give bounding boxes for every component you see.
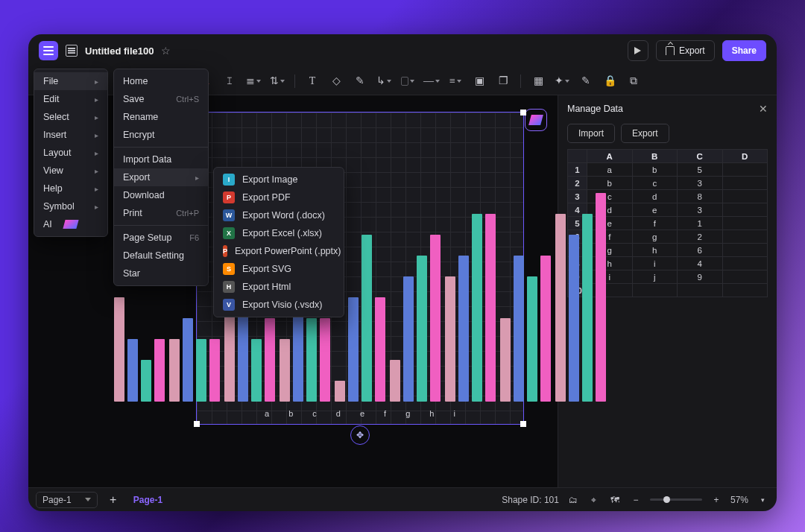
layers-icon[interactable]: 🗂 (566, 495, 580, 505)
table-cell[interactable]: j (632, 270, 678, 284)
table-header[interactable]: C (678, 150, 723, 163)
table-cell[interactable] (722, 217, 768, 230)
image-button[interactable]: ▦ (531, 75, 545, 88)
export-menu-item[interactable]: XExport Excel (.xlsx) (214, 224, 344, 242)
main-menu-item[interactable]: Edit▸ (34, 90, 107, 108)
main-menu-item[interactable]: Help▸ (34, 180, 107, 197)
export-button[interactable]: Export (656, 40, 715, 61)
table-cell[interactable]: 3 (678, 203, 723, 217)
zoom-in-button[interactable]: + (710, 495, 723, 505)
list-button[interactable]: ≡ (449, 75, 462, 88)
zoom-out-button[interactable]: − (629, 495, 643, 505)
table-cell[interactable] (722, 257, 768, 270)
table-cell[interactable] (722, 163, 768, 177)
document-title[interactable]: Untitled file100 (85, 45, 154, 57)
line-style-button[interactable]: — (425, 75, 438, 88)
table-cell[interactable]: e (632, 203, 678, 217)
table-cell[interactable]: 2 (678, 230, 723, 244)
main-menu-item[interactable]: View▸ (34, 162, 107, 180)
table-cell[interactable] (722, 230, 768, 244)
export-menu-item[interactable]: PExport PDF (214, 189, 344, 206)
table-cell[interactable] (722, 270, 768, 284)
file-menu-item[interactable]: Default Setting (114, 247, 208, 265)
table-header[interactable] (568, 150, 587, 163)
group-button[interactable]: ▣ (473, 75, 486, 88)
table-cell[interactable]: a (587, 163, 633, 177)
ai-assist-badge[interactable] (525, 109, 547, 131)
table-header[interactable]: D (722, 150, 768, 163)
table-row[interactable]: 2bc3 (568, 177, 768, 190)
resize-handle-bl[interactable] (194, 421, 200, 427)
table-cell[interactable] (722, 177, 768, 190)
table-cell[interactable]: g (632, 230, 678, 244)
table-header[interactable]: B (632, 150, 678, 163)
connector-tool-button[interactable]: ↳ (377, 75, 391, 88)
zoom-slider[interactable] (650, 498, 702, 501)
table-cell[interactable]: 1 (678, 217, 723, 230)
table-cell[interactable]: d (632, 190, 678, 203)
table-cell[interactable]: h (632, 244, 678, 257)
file-menu-item[interactable]: Import Data (114, 151, 208, 168)
export-menu-item[interactable]: HExport Html (214, 278, 344, 296)
file-menu-item[interactable]: SaveCtrl+S (114, 90, 208, 108)
star-icon[interactable]: ☆ (161, 45, 171, 57)
page-select[interactable]: Page-1 (36, 492, 98, 508)
table-cell[interactable] (722, 284, 768, 297)
table-cell[interactable]: 9 (678, 270, 723, 284)
export-menu-item[interactable]: PExport PowerPoint (.pptx) (214, 242, 344, 260)
play-button[interactable] (628, 40, 648, 61)
page-tab[interactable]: Page-1 (129, 495, 167, 505)
close-panel-button[interactable]: ✕ (759, 103, 768, 115)
export-menu-item[interactable]: SExport SVG (214, 260, 344, 278)
add-page-button[interactable]: + (105, 492, 121, 508)
table-cell[interactable]: i (632, 257, 678, 270)
table-cell[interactable]: c (632, 177, 678, 190)
text-tool-button[interactable]: T (306, 75, 319, 88)
main-menu-item[interactable]: Symbol▸ (34, 197, 107, 215)
table-cell[interactable]: 6 (678, 244, 723, 257)
file-menu-item[interactable]: Star (114, 265, 208, 282)
line-spacing-button[interactable]: ⇅ (271, 75, 284, 88)
table-cell[interactable] (722, 244, 768, 257)
table-cell[interactable]: b (587, 177, 633, 190)
main-menu-item[interactable]: Layout▸ (34, 144, 107, 162)
resize-handle-tr[interactable] (520, 110, 526, 115)
effects-button[interactable]: ✦ (555, 75, 569, 88)
table-cell[interactable] (632, 284, 678, 297)
share-button[interactable]: Share (722, 40, 766, 61)
export-menu-item[interactable]: IExport Image (214, 171, 344, 189)
font-size-button[interactable]: 𝙸 (223, 75, 236, 88)
copy-button[interactable]: ⧉ (627, 75, 640, 88)
pen-tool-button[interactable]: ✎ (353, 75, 367, 88)
table-cell[interactable]: 3 (678, 177, 723, 190)
table-cell[interactable]: 1 (568, 163, 587, 177)
main-menu-item[interactable]: Insert▸ (34, 126, 107, 144)
zoom-dropdown-icon[interactable]: ▾ (756, 496, 769, 504)
panel-export-button[interactable]: Export (621, 124, 669, 143)
file-menu-item[interactable]: Export▸ (114, 168, 208, 186)
align-button[interactable]: ≣ (247, 75, 260, 88)
table-cell[interactable]: 8 (678, 190, 723, 203)
map-icon[interactable]: 🗺 (608, 495, 622, 505)
focus-icon[interactable]: ⌖ (587, 495, 601, 505)
lock-button[interactable]: 🔒 (603, 75, 616, 88)
file-menu-item[interactable]: Home (114, 72, 208, 90)
panel-import-button[interactable]: Import (567, 124, 615, 143)
main-menu-item[interactable]: File▸ (34, 72, 107, 90)
table-cell[interactable] (722, 190, 768, 203)
table-cell[interactable]: b (632, 163, 678, 177)
shape-tool-button[interactable]: ◇ (329, 75, 343, 88)
main-menu-item[interactable]: Select▸ (34, 108, 107, 126)
file-menu-item[interactable]: Download (114, 186, 208, 204)
file-menu-item[interactable]: Page SetupF6 (114, 229, 208, 247)
export-menu-item[interactable]: WExport Word (.docx) (214, 206, 344, 224)
hamburger-menu-button[interactable] (39, 41, 58, 60)
resize-handle-br[interactable] (520, 421, 526, 427)
table-cell[interactable]: 2 (568, 177, 587, 190)
table-cell[interactable]: 5 (678, 163, 723, 177)
file-menu-item[interactable]: Rename (114, 108, 208, 126)
layers-button[interactable]: ❐ (496, 75, 510, 88)
table-cell[interactable]: 4 (678, 257, 723, 270)
table-cell[interactable] (678, 284, 723, 297)
file-menu-item[interactable]: PrintCtrl+P (114, 204, 208, 222)
